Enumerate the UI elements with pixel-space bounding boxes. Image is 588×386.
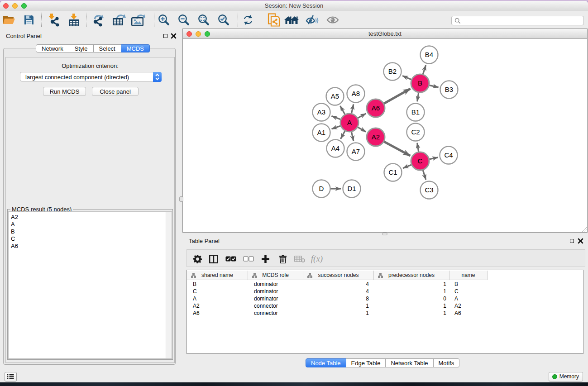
tab-select[interactable]: Select (94, 44, 121, 52)
close-panel-icon[interactable] (171, 33, 177, 39)
delete-column-button[interactable] (276, 252, 290, 266)
cell-MCDS-role[interactable]: connector (248, 310, 303, 317)
edge-C-C1[interactable] (403, 165, 411, 168)
graph-node-A7[interactable]: A7 (347, 143, 365, 161)
mcds-result-item[interactable]: C (9, 235, 172, 243)
select-all-columns-button[interactable] (224, 252, 238, 266)
edge-C-C2[interactable] (417, 143, 419, 152)
network-minimize-button[interactable] (196, 31, 201, 37)
graph-node-B2[interactable]: B2 (384, 63, 402, 81)
unselect-all-columns-button[interactable] (242, 252, 255, 266)
edge-A-A5[interactable] (340, 106, 345, 114)
console-log-button[interactable] (5, 372, 17, 381)
import-network-button[interactable] (46, 12, 62, 28)
cell-predecessor-nodes[interactable]: 1 (374, 310, 449, 317)
run-mcds-button[interactable]: Run MCDS (43, 87, 86, 96)
mcds-result-list[interactable]: A2ABCA6 (8, 211, 172, 359)
cell-successor-nodes[interactable]: 4 (303, 288, 374, 295)
hide-selected-button[interactable] (304, 12, 320, 28)
graph-node-D1[interactable]: D1 (343, 180, 361, 198)
cell-name[interactable]: A (449, 295, 488, 302)
criterion-dropdown[interactable]: largest connected component (directed) (20, 72, 162, 81)
edge-A-A8[interactable] (351, 104, 354, 114)
network-zoom-button[interactable] (205, 31, 210, 37)
cell-name[interactable]: B (449, 281, 488, 288)
edge-A-A6[interactable] (358, 114, 366, 118)
create-column-button[interactable] (258, 252, 272, 266)
tab-mcds[interactable]: MCDS (121, 44, 150, 52)
cell-shared-name[interactable]: C (187, 288, 248, 295)
cell-successor-nodes[interactable]: 8 (303, 295, 374, 302)
edge-A-A3[interactable] (332, 116, 341, 119)
close-table-panel-icon[interactable] (578, 238, 583, 244)
cell-MCDS-role[interactable]: connector (248, 302, 303, 310)
cell-predecessor-nodes[interactable]: 1 (374, 288, 449, 295)
table-row-A2[interactable]: A2connector11A2 (187, 302, 495, 310)
search-input[interactable] (463, 17, 580, 24)
graph-node-A5[interactable]: A5 (326, 88, 344, 105)
cell-MCDS-role[interactable]: dominator (248, 295, 303, 302)
zoom-in-button[interactable] (156, 12, 172, 28)
cell-shared-name[interactable]: B (187, 281, 248, 288)
export-table-button[interactable] (111, 12, 127, 28)
cell-shared-name[interactable]: A (187, 295, 248, 302)
graph-node-A4[interactable]: A4 (327, 140, 344, 157)
column-header-successor-nodes[interactable]: successor nodes (303, 271, 374, 280)
graph-node-B4[interactable]: B4 (421, 46, 438, 64)
window-resize-grip[interactable] (581, 226, 587, 232)
node-table[interactable]: shared nameMCDS rolesuccessor nodesprede… (186, 270, 583, 354)
cell-predecessor-nodes[interactable]: 1 (374, 281, 449, 288)
memory-button[interactable]: Memory (549, 372, 583, 381)
cell-successor-nodes[interactable]: 1 (303, 302, 374, 310)
edge-C-C3[interactable] (423, 170, 426, 180)
export-network-button[interactable] (92, 12, 107, 28)
refresh-view-button[interactable] (240, 12, 256, 28)
table-row-C[interactable]: Cdominator41C (187, 288, 495, 295)
table-row-A6[interactable]: A6connector11A6 (187, 310, 495, 317)
delete-table-button[interactable] (293, 252, 306, 266)
graph-node-B[interactable]: B (411, 74, 429, 92)
mcds-result-item[interactable]: B (9, 228, 172, 235)
edge-A-A2[interactable] (358, 127, 366, 132)
function-builder-button[interactable]: f(x) (308, 252, 325, 266)
export-image-button[interactable] (130, 12, 146, 28)
graph-node-D[interactable]: D (313, 180, 330, 198)
zoom-fit-button[interactable] (196, 12, 211, 28)
graph-node-A6[interactable]: A6 (367, 99, 385, 117)
table-settings-button[interactable] (191, 252, 204, 266)
cell-successor-nodes[interactable]: 1 (303, 310, 374, 317)
mcds-result-item[interactable]: A (9, 221, 172, 228)
tab-node-table[interactable]: Node Table (306, 358, 346, 367)
cell-predecessor-nodes[interactable]: 0 (374, 295, 449, 302)
column-header-predecessor-nodes[interactable]: predecessor nodes (374, 271, 449, 280)
edge-B-B2[interactable] (402, 76, 411, 80)
cell-shared-name[interactable]: A6 (187, 310, 248, 317)
edge-A6-B[interactable] (384, 89, 411, 104)
tab-style[interactable]: Style (69, 44, 94, 52)
tab-network[interactable]: Network (36, 44, 69, 52)
cell-name[interactable]: A2 (449, 302, 488, 310)
graph-node-B1[interactable]: B1 (407, 104, 425, 121)
edge-C-C4[interactable] (429, 157, 438, 159)
tab-edge-table[interactable]: Edge Table (346, 358, 386, 367)
graph-node-A3[interactable]: A3 (313, 104, 330, 121)
graph-node-A8[interactable]: A8 (347, 85, 365, 103)
clone-network-button[interactable] (266, 12, 282, 28)
cell-MCDS-role[interactable]: dominator (248, 288, 303, 295)
save-session-button[interactable] (21, 12, 37, 28)
float-table-panel-icon[interactable] (570, 239, 574, 243)
graph-node-C3[interactable]: C3 (421, 181, 438, 199)
edge-A-A4[interactable] (341, 131, 345, 139)
network-close-button[interactable] (186, 31, 192, 37)
cell-shared-name[interactable]: A2 (187, 302, 248, 310)
tab-motifs[interactable]: Motifs (434, 358, 460, 367)
graph-node-A1[interactable]: A1 (313, 124, 330, 142)
show-all-button[interactable] (325, 12, 340, 28)
edge-B-B4[interactable] (423, 65, 426, 75)
network-overview-button[interactable] (284, 12, 299, 28)
cell-name[interactable]: C (449, 288, 488, 295)
import-table-button[interactable] (66, 12, 81, 28)
edge-A-A1[interactable] (332, 126, 341, 129)
column-header-shared-name[interactable]: shared name (187, 271, 248, 280)
column-header-MCDS-role[interactable]: MCDS role (248, 271, 303, 280)
